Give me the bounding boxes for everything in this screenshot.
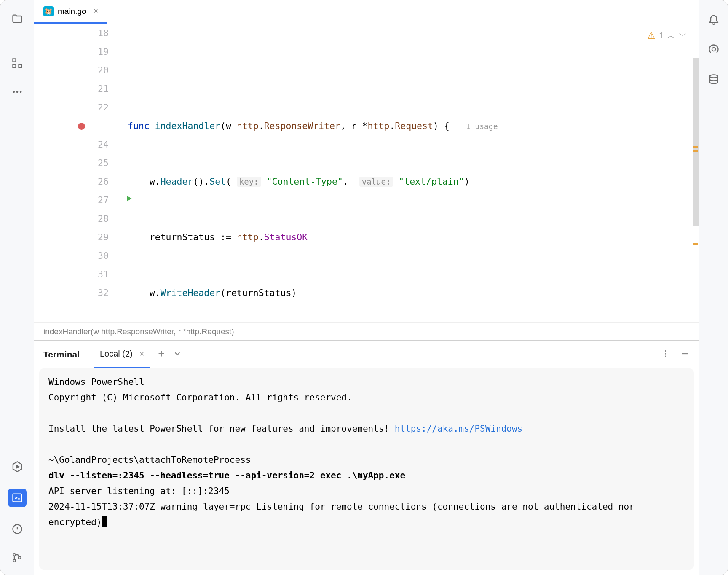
svg-point-4 xyxy=(16,91,18,93)
inlay-hint: key: xyxy=(237,177,261,187)
close-terminal-tab-icon[interactable]: × xyxy=(139,349,145,359)
chevron-up-icon[interactable]: ︿ xyxy=(667,30,675,41)
svg-point-8 xyxy=(13,554,16,556)
inspection-summary[interactable]: ⚠ 1 ︿ ﹀ xyxy=(647,30,687,41)
line-number[interactable] xyxy=(34,117,109,135)
problems-icon[interactable] xyxy=(11,522,24,536)
svg-rect-0 xyxy=(13,59,16,62)
terminal-cursor xyxy=(102,516,107,527)
terminal-header: Terminal Local (2) × xyxy=(34,341,699,368)
ai-assistant-icon[interactable] xyxy=(707,43,720,56)
editor-tab-bar: 🐹 main.go × xyxy=(34,0,699,24)
line-number[interactable]: 20 xyxy=(34,61,109,80)
svg-rect-1 xyxy=(19,65,21,68)
go-file-icon: 🐹 xyxy=(43,6,54,16)
line-number[interactable]: 25 xyxy=(34,154,109,172)
terminal-options-icon[interactable] xyxy=(661,349,670,360)
gutter[interactable]: 18 19 20 21 22 24 25 26 27 28 29 30 31 3… xyxy=(34,24,118,322)
svg-point-13 xyxy=(665,356,666,357)
notifications-icon[interactable] xyxy=(707,12,720,26)
svg-point-11 xyxy=(665,350,666,352)
structure-icon[interactable] xyxy=(11,56,24,70)
more-icon[interactable] xyxy=(11,85,24,99)
svg-point-12 xyxy=(665,353,666,355)
svg-point-3 xyxy=(13,91,15,93)
breakpoint-icon[interactable] xyxy=(78,123,85,130)
usages-hint[interactable]: 1 usage xyxy=(466,122,498,131)
line-number[interactable]: 26 xyxy=(34,172,109,191)
terminal-title: Terminal xyxy=(43,349,80,360)
divider xyxy=(10,41,25,41)
inlay-hint: value: xyxy=(359,177,393,187)
git-icon[interactable] xyxy=(11,551,24,564)
terminal-tool-icon[interactable] xyxy=(8,489,27,507)
line-number[interactable]: 22 xyxy=(34,98,109,117)
warning-marker[interactable] xyxy=(693,243,698,245)
svg-point-9 xyxy=(13,559,16,562)
line-number[interactable]: 31 xyxy=(34,265,109,284)
scroll-thumb[interactable] xyxy=(693,58,699,226)
warning-marker[interactable] xyxy=(693,150,698,152)
line-number[interactable]: 30 xyxy=(34,247,109,265)
line-number[interactable]: 19 xyxy=(34,43,109,61)
right-tool-strip xyxy=(699,0,728,575)
line-number[interactable]: 27 xyxy=(34,191,109,210)
warning-count: 1 xyxy=(659,31,664,40)
line-number[interactable]: 18 xyxy=(34,24,109,43)
line-number[interactable]: 24 xyxy=(34,135,109,154)
terminal-tab-local[interactable]: Local (2) × xyxy=(94,341,150,368)
terminal-panel: Terminal Local (2) × xyxy=(34,340,699,575)
svg-point-14 xyxy=(712,48,715,51)
line-number[interactable]: 32 xyxy=(34,284,109,302)
project-folder-icon[interactable] xyxy=(11,12,24,26)
svg-point-15 xyxy=(709,75,717,78)
tab-main-go[interactable]: 🐹 main.go × xyxy=(34,0,107,24)
database-icon[interactable] xyxy=(707,73,720,86)
warning-icon: ⚠ xyxy=(647,30,656,41)
chevron-down-icon[interactable]: ﹀ xyxy=(679,30,687,41)
main-column: 🐹 main.go × ⚠ 1 ︿ ﹀ 18 19 20 21 22 24 xyxy=(34,0,699,575)
breadcrumb[interactable]: indexHandler(w http.ResponseWriter, r *h… xyxy=(34,322,699,340)
editor[interactable]: ⚠ 1 ︿ ﹀ 18 19 20 21 22 24 25 26 27 28 29… xyxy=(34,24,699,322)
line-number[interactable]: 29 xyxy=(34,228,109,247)
line-number[interactable]: 21 xyxy=(34,80,109,98)
run-hex-icon[interactable] xyxy=(11,460,24,473)
svg-rect-2 xyxy=(13,65,16,68)
error-stripe[interactable] xyxy=(691,24,699,322)
line-number[interactable]: 28 xyxy=(34,210,109,228)
new-terminal-button[interactable] xyxy=(157,349,166,360)
tab-filename: main.go xyxy=(58,7,86,16)
minimize-panel-icon[interactable] xyxy=(680,349,690,360)
terminal-dropdown-icon[interactable] xyxy=(173,349,182,360)
warning-marker[interactable] xyxy=(693,146,698,148)
terminal-output[interactable]: Windows PowerShell Copyright (C) Microso… xyxy=(39,368,694,570)
left-tool-strip xyxy=(0,0,34,575)
svg-point-5 xyxy=(19,91,21,93)
powershell-link[interactable]: https://aka.ms/PSWindows xyxy=(395,424,522,434)
svg-point-10 xyxy=(18,556,21,559)
code-area[interactable]: func indexHandler(w http.ResponseWriter,… xyxy=(118,24,699,322)
close-tab-icon[interactable]: × xyxy=(94,7,99,16)
